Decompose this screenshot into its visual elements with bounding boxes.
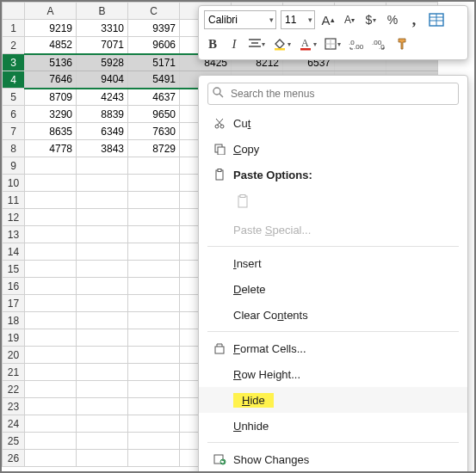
col-header-B[interactable]: B	[77, 3, 128, 20]
menu-row-height[interactable]: Row Height...	[199, 361, 467, 387]
increase-font-button[interactable]: A▴	[319, 10, 337, 29]
cell[interactable]: 8635	[25, 123, 77, 140]
menu-format-cells[interactable]: Format Cells...	[199, 335, 467, 361]
menu-delete[interactable]: Delete	[199, 276, 467, 302]
cell[interactable]: 8729	[128, 140, 180, 157]
select-all-corner[interactable]	[3, 3, 25, 20]
decrease-decimal-icon: .00.0	[372, 38, 387, 50]
row-header[interactable]: 10	[3, 175, 25, 192]
font-size-combo[interactable]: ▾	[281, 10, 315, 29]
row-header[interactable]: 25	[3, 433, 25, 450]
row-header[interactable]: 24	[3, 415, 25, 433]
cell[interactable]: 7646	[25, 71, 77, 89]
cell[interactable]: 7071	[77, 37, 128, 54]
increase-decimal-icon: .0.00	[349, 38, 364, 50]
increase-decimal-button[interactable]: .0.00	[347, 34, 366, 53]
cell[interactable]: 6349	[77, 123, 128, 140]
menu-hide[interactable]: Hide	[199, 387, 467, 413]
row-header[interactable]: 14	[3, 243, 25, 261]
menu-label: Show Changes	[230, 453, 455, 466]
cell[interactable]: 5136	[25, 54, 77, 71]
cell[interactable]: 3843	[77, 140, 128, 157]
format-painter-button[interactable]	[393, 34, 411, 53]
row-header-3[interactable]: 3	[3, 54, 25, 71]
menu-unhide[interactable]: Unhide	[199, 413, 467, 439]
cell[interactable]: 5491	[128, 71, 180, 89]
row-header[interactable]: 20	[3, 347, 25, 364]
row-header[interactable]: 18	[3, 312, 25, 329]
menu-label: Unhide	[230, 420, 455, 433]
cell[interactable]: 4243	[77, 89, 128, 106]
row-header[interactable]: 9	[3, 157, 25, 175]
row-header[interactable]: 17	[3, 295, 25, 312]
font-name-input[interactable]	[204, 10, 276, 29]
menu-paste-options: Paste Options:	[199, 162, 467, 187]
menu-label: Row Height...	[230, 368, 455, 381]
cell[interactable]: 7630	[128, 123, 180, 140]
borders-button[interactable]: ▾	[323, 34, 343, 53]
italic-button[interactable]: I	[226, 34, 243, 53]
menu-clear-contents[interactable]: Clear Contents	[199, 302, 467, 328]
cell[interactable]: 4637	[128, 89, 180, 106]
row-header-4[interactable]: 4	[3, 71, 25, 89]
font-name-combo[interactable]: ▾	[204, 10, 276, 29]
cell[interactable]: 9219	[25, 20, 77, 37]
menu-show-changes[interactable]: Show Changes	[199, 446, 467, 472]
col-header-C[interactable]: C	[128, 3, 180, 20]
row-header[interactable]: 21	[3, 364, 25, 381]
menu-paste-default	[199, 187, 467, 217]
row-header[interactable]: 16	[3, 278, 25, 295]
menu-label: Hide	[230, 394, 455, 407]
row-header-5[interactable]: 5	[3, 89, 25, 106]
cell[interactable]: 9606	[128, 37, 180, 54]
show-changes-icon	[209, 453, 230, 465]
svg-point-17	[213, 88, 220, 95]
cell[interactable]: 8839	[77, 106, 128, 123]
cell[interactable]: 4778	[25, 140, 77, 157]
fill-color-button[interactable]: ▾	[271, 34, 293, 53]
menu-search-input[interactable]	[207, 83, 459, 105]
font-color-button[interactable]: A▾	[297, 34, 318, 53]
cell[interactable]: 3310	[77, 20, 128, 37]
menu-cut[interactable]: Cut	[199, 110, 467, 136]
mini-toolbar: ▾ ▾ A▴ A▾ $▾ % , B I ▾ ▾ A▾ ▾ .0.00	[198, 5, 468, 60]
row-header[interactable]: 19	[3, 329, 25, 347]
accounting-format-button[interactable]: $▾	[362, 10, 380, 29]
cell[interactable]: 9404	[77, 71, 128, 89]
col-header-A[interactable]: A	[25, 3, 77, 20]
cell[interactable]: 9397	[128, 20, 180, 37]
row-header[interactable]: 26	[3, 450, 25, 467]
cell[interactable]: 3290	[25, 106, 77, 123]
svg-rect-26	[218, 169, 221, 171]
conditional-format-button[interactable]	[427, 10, 446, 29]
row-header[interactable]: 12	[3, 209, 25, 226]
row-header[interactable]: 13	[3, 226, 25, 243]
row-header-2[interactable]: 2	[3, 37, 25, 54]
font-size-input[interactable]	[281, 10, 315, 29]
menu-paste-special: Paste Special...	[199, 217, 467, 243]
row-header-8[interactable]: 8	[3, 140, 25, 157]
row-header-7[interactable]: 7	[3, 123, 25, 140]
menu-copy[interactable]: Copy	[199, 136, 467, 162]
row-header[interactable]: 15	[3, 261, 25, 278]
row-header-1[interactable]: 1	[3, 20, 25, 37]
bold-button[interactable]: B	[204, 34, 221, 53]
cell[interactable]: 5171	[128, 54, 180, 71]
row-header[interactable]: 22	[3, 381, 25, 398]
decrease-decimal-button[interactable]: .00.0	[370, 34, 389, 53]
percent-format-button[interactable]: %	[384, 10, 401, 29]
align-center-icon	[249, 39, 261, 49]
paste-icon	[233, 194, 254, 210]
decrease-font-button[interactable]: A▾	[341, 10, 358, 29]
cell[interactable]: 9650	[128, 106, 180, 123]
comma-format-button[interactable]: ,	[405, 10, 423, 29]
cell[interactable]: 8709	[25, 89, 77, 106]
cell[interactable]: 5928	[77, 54, 128, 71]
menu-insert[interactable]: Insert	[199, 250, 467, 276]
row-header[interactable]: 11	[3, 192, 25, 209]
svg-text:A: A	[301, 37, 309, 49]
row-header-6[interactable]: 6	[3, 106, 25, 123]
align-button[interactable]: ▾	[247, 34, 267, 53]
cell[interactable]: 4852	[25, 37, 77, 54]
row-header[interactable]: 23	[3, 398, 25, 415]
